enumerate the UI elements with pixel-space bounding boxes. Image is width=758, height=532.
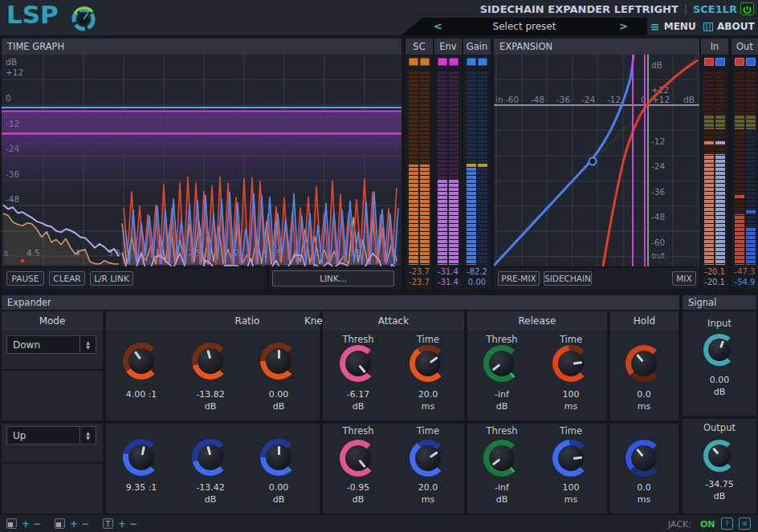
tg-y-label: -36 — [6, 169, 19, 179]
mode-cell-row2-lower — [2, 464, 103, 514]
in-meter-group: In -20.1 -20.1 — [701, 39, 728, 289]
attack-time-knob-row1[interactable] — [410, 345, 446, 382]
in-value-left: -20.1 — [701, 266, 728, 277]
attack-column-header: Attack — [323, 311, 464, 331]
out-value-right: -54.9 — [732, 277, 758, 287]
font-plus-button[interactable]: + — [117, 518, 127, 530]
about-button[interactable]: ABOUT — [703, 18, 755, 35]
ratio-knob-row2[interactable] — [123, 439, 160, 476]
attack-thresh-value-row2: -0.95dB — [322, 481, 394, 506]
release-thresh-value-row1: -infdB — [466, 388, 538, 412]
menu-label: MENU — [664, 21, 696, 32]
env-value-left: -31.4 — [434, 266, 462, 277]
scale-minus-button[interactable]: − — [32, 518, 42, 530]
upward-curve — [603, 60, 698, 266]
exp-y-label: -60 — [651, 238, 665, 247]
release-thresh-knob-row2[interactable] — [483, 440, 520, 477]
sidechain-button[interactable]: SIDECHAIN — [544, 271, 592, 286]
out-right-meter-button[interactable] — [746, 58, 756, 66]
attack-time-knob-row2[interactable] — [410, 440, 446, 477]
sc-left-meter-button[interactable] — [409, 58, 418, 66]
font-scale-icon[interactable]: T — [103, 518, 113, 529]
mix-button[interactable]: MIX — [672, 271, 696, 286]
preset-select[interactable]: Select preset — [401, 21, 647, 32]
exp-x-label: -60 — [505, 95, 519, 104]
exp-y-label: -12 — [651, 136, 665, 146]
out-meter-values: -47.3 -54.9 — [732, 266, 758, 287]
sc-right-meter-button[interactable] — [420, 58, 430, 66]
knee-value-row2: -13.42dB — [174, 481, 247, 506]
release-thresh-knob-row1[interactable] — [483, 345, 520, 382]
time-graph-footer-left: PAUSE CLEAR L/R LINK — [2, 268, 267, 289]
out-left-meter-button[interactable] — [735, 58, 744, 66]
premix-button[interactable]: PRE-MIX — [498, 271, 540, 286]
ratio-header: Ratio — [215, 315, 279, 327]
sc-value-left: -23.7 — [405, 266, 433, 277]
gain-meter-label: Gain — [463, 39, 491, 55]
mode-dropdown-row2[interactable]: Up ▲ ▼ — [6, 426, 96, 445]
env-meter-group: Env -31.4 -31.4 — [434, 39, 462, 289]
mode-value-row2: Up — [7, 430, 79, 441]
in-left-meter-button[interactable] — [704, 58, 714, 66]
exp-y-label: -24 — [651, 161, 665, 171]
attack-thresh-knob-row1[interactable] — [340, 345, 377, 382]
makeup-knob-row1[interactable] — [260, 343, 297, 380]
tg-x-label: 4.5 — [26, 248, 40, 258]
ui-scale-icon[interactable] — [55, 518, 65, 529]
power-button[interactable] — [740, 2, 754, 15]
unity-line — [522, 55, 699, 232]
clear-button[interactable]: CLEAR — [49, 271, 85, 286]
makeup-knob-row2[interactable] — [260, 439, 297, 476]
gain-value-right: 0.00 — [463, 277, 491, 287]
pause-button[interactable]: PAUSE — [6, 271, 44, 286]
out-right-peak — [746, 210, 756, 213]
menu-button[interactable]: ≡ MENU — [650, 18, 696, 35]
about-label: ABOUT — [717, 21, 755, 32]
ui-scale-minus-button[interactable]: − — [80, 518, 90, 530]
output-gain-value: -34.75dB — [683, 478, 756, 502]
input-gain-knob[interactable] — [703, 334, 736, 366]
lr-link-button[interactable]: L/R LINK — [90, 271, 133, 286]
mode-spinner-row1[interactable]: ▲ ▼ — [79, 336, 96, 353]
in-right-meter-button[interactable] — [715, 58, 725, 66]
ui-scale-plus-button[interactable]: + — [69, 518, 79, 530]
release-time-label-row2: Time — [539, 425, 603, 437]
gain-right-meter-button[interactable] — [478, 58, 487, 66]
exp-x-label: -12 — [607, 95, 621, 104]
disconnect-button[interactable]: ✕ — [739, 518, 751, 530]
hold-knob-row2[interactable] — [626, 440, 662, 477]
link-button[interactable]: LINK... — [272, 270, 394, 286]
plugin-title: SIDECHAIN EXPANDER LEFTRIGHT — [480, 3, 679, 15]
knee-knob-row2[interactable] — [192, 439, 229, 476]
sc-meter-values: -23.7 -23.7 — [405, 266, 433, 287]
window-scale-icon[interactable] — [6, 518, 17, 529]
attack-time-value-row1: 20.0ms — [392, 388, 464, 412]
sc-meter-right — [420, 71, 430, 265]
mode-dropdown-row1[interactable]: Down ▲ ▼ — [6, 335, 96, 354]
status-bar: + − + − T + − JACK: ON ? ✕ — [0, 515, 758, 532]
out-meter-left — [735, 71, 744, 265]
hold-knob-row1[interactable] — [626, 345, 662, 382]
hold-value-row2: 0.0ms — [608, 481, 680, 506]
out-meter-label: Out — [732, 39, 758, 55]
knee-knob-row1[interactable] — [192, 343, 229, 380]
exp-x-label: -36 — [556, 95, 570, 104]
help-button[interactable]: ? — [721, 518, 733, 530]
attack-thresh-knob-row2[interactable] — [340, 440, 377, 477]
scale-plus-button[interactable]: + — [21, 518, 31, 530]
expansion-node-handle[interactable] — [589, 158, 597, 165]
preset-next-button[interactable]: > — [619, 20, 628, 32]
ratio-knob-row1[interactable] — [123, 343, 160, 380]
env-value-right: -31.4 — [434, 277, 462, 287]
in-left-peak — [704, 141, 714, 144]
gain-left-meter-button[interactable] — [467, 58, 476, 66]
release-time-knob-row1[interactable] — [552, 345, 589, 382]
mode-spinner-row2[interactable]: ▲ ▼ — [79, 427, 96, 444]
release-time-knob-row2[interactable] — [552, 440, 589, 477]
env-right-meter-button[interactable] — [449, 58, 458, 66]
expansion-header: EXPANSION — [494, 39, 699, 55]
env-left-meter-button[interactable] — [438, 58, 447, 66]
time-graph-title: TIME GRAPH — [7, 41, 64, 52]
output-gain-knob[interactable] — [703, 440, 736, 472]
font-minus-button[interactable]: − — [128, 518, 138, 530]
